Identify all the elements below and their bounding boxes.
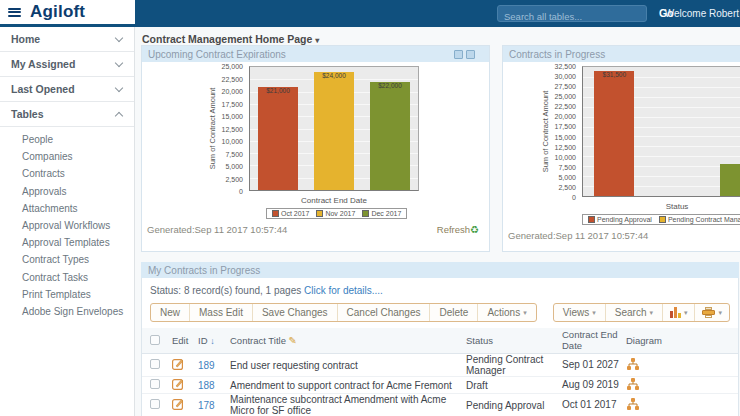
sidebar-table-item[interactable]: Companies bbox=[0, 148, 134, 165]
bar-nov-2017: $24,000 bbox=[314, 72, 354, 190]
record-id-link[interactable]: 189 bbox=[198, 360, 215, 371]
edit-icon[interactable] bbox=[172, 398, 184, 410]
legend-swatch bbox=[272, 210, 279, 217]
charts-dropdown-button[interactable]: ▾ bbox=[662, 304, 695, 321]
contracts-table: Edit ID ↓ Contract Title ✎ Status Contra… bbox=[142, 328, 738, 416]
refresh-label: Refresh bbox=[437, 224, 470, 235]
refresh-link[interactable]: Refresh♻ bbox=[437, 224, 479, 235]
chevron-down-icon: ▾ bbox=[315, 36, 319, 45]
header-status[interactable]: Status bbox=[466, 335, 562, 346]
panel-title: Upcoming Contract Expirations bbox=[148, 49, 286, 60]
search-input[interactable] bbox=[498, 9, 646, 24]
chart-area: Sum of Contract Amount 32,50030,00027,50… bbox=[503, 62, 740, 251]
header-edit: Edit bbox=[172, 335, 198, 346]
sidebar-item-label: Home bbox=[11, 33, 40, 45]
printer-icon bbox=[702, 307, 715, 318]
header-end-date[interactable]: Contract End Date bbox=[562, 330, 626, 352]
cancel-changes-button[interactable]: Cancel Changes bbox=[337, 304, 430, 321]
sidebar-table-item[interactable]: Contract Tasks bbox=[0, 269, 134, 286]
sidebar-table-item[interactable]: Adobe Sign Envelopes bbox=[0, 303, 134, 320]
details-link[interactable]: Click for details.... bbox=[304, 285, 383, 296]
legend-swatch bbox=[588, 216, 595, 223]
sidebar-table-item[interactable]: People bbox=[0, 131, 134, 148]
sidebar-table-item[interactable]: Approvals bbox=[0, 183, 134, 200]
sidebar-table-item[interactable]: Approval Templates bbox=[0, 234, 134, 251]
sidebar-item-label: Last Opened bbox=[11, 83, 75, 95]
sidebar-table-item[interactable]: Approval Workflows bbox=[0, 217, 134, 234]
edit-icon[interactable] bbox=[172, 358, 184, 370]
record-id-link[interactable]: 178 bbox=[198, 400, 215, 411]
status-cell: Pending Contract Manager bbox=[466, 354, 562, 376]
chart-area: Sum of Contract Amount 25,00022,50020,00… bbox=[142, 62, 489, 251]
contract-title-cell: Amendment to support contract for Acme F… bbox=[230, 380, 466, 391]
bar-value-label: $31,500 bbox=[603, 71, 627, 78]
sidebar-item-tables[interactable]: Tables bbox=[0, 102, 134, 127]
table-row: 178 Maintenance subcontract Amendment wi… bbox=[142, 394, 738, 416]
views-button[interactable]: Views▾ bbox=[554, 304, 605, 321]
chart-legend: Pending ApprovalPending Contract Manager… bbox=[582, 214, 740, 225]
row-checkbox[interactable] bbox=[150, 359, 160, 369]
panel-upcoming-expirations: Upcoming Contract Expirations Sum of Con… bbox=[141, 45, 490, 252]
bar-value-label: $22,000 bbox=[378, 82, 402, 89]
menu-icon[interactable] bbox=[8, 8, 21, 17]
legend-entry: Dec 2017 bbox=[362, 210, 401, 217]
row-checkbox[interactable] bbox=[150, 379, 160, 389]
sidebar-table-item[interactable]: Print Templates bbox=[0, 286, 134, 303]
end-date-cell: Oct 01 2017 bbox=[562, 399, 626, 411]
sidebar-table-item[interactable]: Contracts bbox=[0, 165, 134, 182]
header-title[interactable]: Contract Title ✎ bbox=[230, 335, 466, 346]
record-id-link[interactable]: 188 bbox=[198, 380, 215, 391]
generated-timestamp: Generated:Sep 11 2017 10:57:44 bbox=[508, 230, 648, 241]
header-diagram: Diagram bbox=[626, 335, 672, 346]
legend-swatch bbox=[659, 216, 666, 223]
panel-title: Contracts in Progress bbox=[509, 49, 605, 60]
bar-oct-2017: $21,000 bbox=[258, 87, 298, 190]
sidebar-item-home[interactable]: Home bbox=[0, 27, 134, 52]
diagram-icon[interactable] bbox=[626, 378, 640, 390]
generated-timestamp: Generated:Sep 11 2017 10:57:44 bbox=[147, 224, 287, 235]
diagram-icon[interactable] bbox=[626, 398, 640, 410]
bar-dec-2017: $22,000 bbox=[370, 82, 410, 190]
y-axis-ticks: 25,00022,50020,00017,50015,00012,50010,0… bbox=[212, 66, 246, 191]
mass-edit-button[interactable]: Mass Edit bbox=[189, 304, 252, 321]
select-all-checkbox[interactable] bbox=[150, 335, 160, 345]
contract-title-cell: Maintenance subcontract Amendment with A… bbox=[230, 394, 466, 416]
global-search[interactable] bbox=[497, 5, 647, 22]
page-selector[interactable]: Contract Management Home Page ▾ bbox=[135, 27, 740, 45]
app-logo: Agiloft bbox=[30, 2, 85, 22]
chevron-down-icon bbox=[115, 33, 123, 41]
welcome-text: Welcome Robert bbox=[665, 8, 739, 19]
sidebar-item-label: Tables bbox=[11, 108, 43, 120]
contract-title-cell: End user requesting contract bbox=[230, 360, 466, 371]
sidebar-item-last-opened[interactable]: Last Opened bbox=[0, 77, 134, 102]
legend-entry: Oct 2017 bbox=[272, 210, 309, 217]
collapse-icon[interactable] bbox=[466, 50, 475, 59]
save-changes-button[interactable]: Save Changes bbox=[252, 304, 337, 321]
legend-swatch bbox=[316, 210, 323, 217]
search-button[interactable]: Search▾ bbox=[605, 304, 662, 321]
x-axis-label: Contract End Date bbox=[249, 196, 419, 205]
chart-icon bbox=[670, 307, 681, 318]
edit-icon[interactable] bbox=[172, 378, 184, 390]
sidebar-item-my-assigned[interactable]: My Assigned bbox=[0, 52, 134, 77]
sidebar: Home My Assigned Last Opened Tables Peop… bbox=[0, 27, 135, 416]
sidebar-table-item[interactable]: Contract Types bbox=[0, 251, 134, 268]
delete-button[interactable]: Delete bbox=[429, 304, 477, 321]
sidebar-item-label: My Assigned bbox=[11, 58, 75, 70]
end-date-cell: Aug 09 2019 bbox=[562, 379, 626, 391]
table-row: 189 End user requesting contract Pending… bbox=[142, 354, 738, 377]
bar-p bbox=[720, 164, 740, 196]
header-id[interactable]: ID ↓ bbox=[198, 335, 230, 346]
row-checkbox[interactable] bbox=[150, 399, 160, 409]
popout-icon[interactable] bbox=[454, 50, 463, 59]
diagram-icon[interactable] bbox=[626, 358, 640, 370]
legend-swatch bbox=[362, 210, 369, 217]
table-header-row: Edit ID ↓ Contract Title ✎ Status Contra… bbox=[142, 328, 738, 354]
sort-desc-icon: ↓ bbox=[210, 336, 215, 346]
new-button[interactable]: New bbox=[151, 304, 189, 321]
logo-area: Agiloft bbox=[0, 0, 135, 24]
print-dropdown-button[interactable]: ▾ bbox=[694, 304, 729, 321]
plot-area: $31,500 bbox=[582, 66, 740, 197]
sidebar-table-item[interactable]: Attachments bbox=[0, 200, 134, 217]
actions-button[interactable]: Actions▾ bbox=[477, 304, 535, 321]
